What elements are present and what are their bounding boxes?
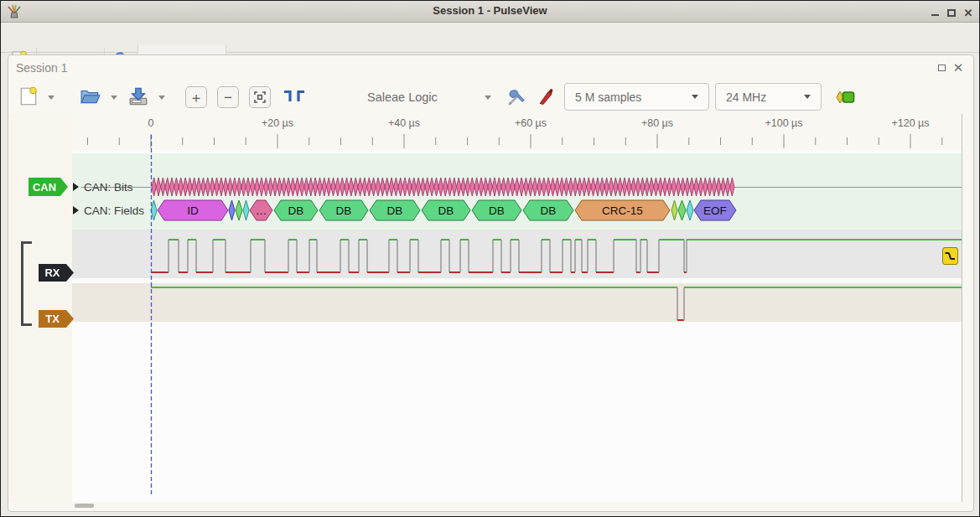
trigger-edges-icon xyxy=(283,89,306,104)
expand-arrow-bits[interactable] xyxy=(73,183,79,191)
panel-title: Session 1 xyxy=(16,61,67,75)
ruler-label: +120 µs xyxy=(891,117,929,129)
rx-band xyxy=(72,230,962,278)
ruler-label: +60 µs xyxy=(515,117,547,129)
zoom-out-button[interactable]: − xyxy=(217,86,239,108)
ruler-label: +80 µs xyxy=(641,117,673,129)
device-select-caret[interactable] xyxy=(485,85,491,109)
probe-icon xyxy=(537,87,556,106)
chevron-down-icon xyxy=(48,96,54,100)
save-button[interactable] xyxy=(128,87,148,109)
can-fields-row-label: CAN: Fields xyxy=(84,204,144,217)
expand-arrow-fields[interactable] xyxy=(73,206,79,215)
trigger-edges-button[interactable] xyxy=(283,89,306,107)
sample-rate-select[interactable]: 24 MHz xyxy=(715,83,822,111)
zoom-in-button[interactable]: ＋ xyxy=(185,86,207,108)
ruler-label: +100 µs xyxy=(765,117,802,129)
wrench-icon xyxy=(506,87,526,107)
close-button[interactable]: ✕ xyxy=(962,7,975,18)
zoom-fit-button[interactable] xyxy=(249,86,271,108)
chevron-down-icon xyxy=(804,95,811,99)
window-title: Session 1 - PulseView xyxy=(1,4,979,17)
panel-close-icon: ✕ xyxy=(953,60,964,75)
device-select[interactable]: Saleae Logic xyxy=(367,85,438,109)
new-session-button-2[interactable] xyxy=(19,86,38,110)
rx-tag-label: RX xyxy=(44,266,60,279)
save-menu-caret[interactable] xyxy=(158,85,165,109)
ruler-label: 0 xyxy=(148,117,154,129)
main-toolbar: Run Session 1 × xyxy=(1,23,979,53)
chevron-down-icon xyxy=(485,96,491,100)
label-gutter xyxy=(9,114,72,502)
open-folder-icon xyxy=(80,88,101,105)
can-tag-label: CAN xyxy=(33,181,56,194)
falling-edge-icon xyxy=(944,250,957,262)
sample-rate-value: 24 MHz xyxy=(726,90,766,104)
can-bits-row-label: CAN: Bits xyxy=(84,181,133,194)
decoder-icon xyxy=(834,90,858,105)
channels-button[interactable] xyxy=(537,87,556,109)
add-decoder-button[interactable] xyxy=(834,90,858,108)
device-label: Saleae Logic xyxy=(367,90,438,104)
plus-icon: ＋ xyxy=(189,90,204,105)
sample-count-select[interactable]: 5 M samples xyxy=(564,83,709,111)
chevron-down-icon xyxy=(692,95,698,99)
float-icon xyxy=(938,65,946,71)
sample-count-value: 5 M samples xyxy=(575,90,641,104)
trigger-marker-badge[interactable] xyxy=(942,247,958,265)
open-menu-caret[interactable] xyxy=(111,85,117,109)
panel-close-button[interactable]: ✕ xyxy=(951,62,965,74)
open-button[interactable] xyxy=(80,88,101,108)
maximize-icon xyxy=(947,9,956,17)
chevron-down-icon xyxy=(111,96,117,100)
tx-band xyxy=(72,283,962,322)
minimize-button[interactable] xyxy=(928,7,941,18)
can-decoder-tag[interactable]: CAN xyxy=(29,178,68,196)
channel-group-bracket xyxy=(21,241,32,326)
decode-band xyxy=(72,153,962,230)
ruler-label: +20 µs xyxy=(262,117,293,129)
pulseview-window: Session 1 - PulseView ✕ Run Se xyxy=(0,0,980,517)
new-session-menu-caret[interactable] xyxy=(48,85,54,109)
horizontal-scrollbar[interactable] xyxy=(75,504,94,508)
zoom-fit-icon xyxy=(254,91,266,103)
chevron-down-icon xyxy=(158,96,165,100)
tx-tag-label: TX xyxy=(45,313,60,325)
panel-float-button[interactable] xyxy=(935,62,948,74)
close-icon: ✕ xyxy=(964,8,973,18)
minus-icon: − xyxy=(224,90,232,105)
minimize-icon xyxy=(931,14,939,16)
view-right-edge xyxy=(962,114,962,502)
save-icon xyxy=(128,87,148,106)
new-session-icon xyxy=(19,86,38,106)
maximize-button[interactable] xyxy=(945,7,958,18)
title-bar: Session 1 - PulseView ✕ xyxy=(1,1,979,23)
configure-device-button[interactable] xyxy=(506,87,526,111)
ruler-label: +40 µs xyxy=(388,117,420,129)
